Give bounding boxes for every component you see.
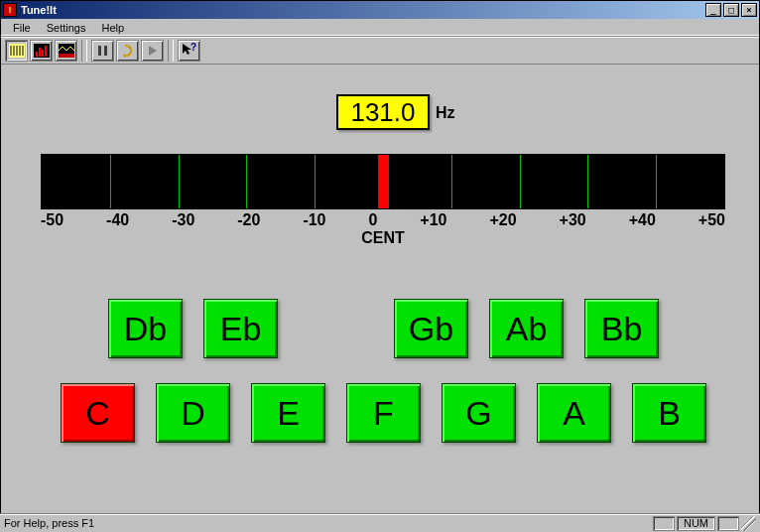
svg-rect-7 [36, 52, 38, 57]
play-icon [147, 45, 159, 57]
note-label: Eb [220, 310, 262, 348]
menu-settings[interactable]: Settings [39, 21, 94, 35]
cent-meter [41, 154, 725, 209]
meter-label: -10 [303, 211, 325, 229]
spectrum-view-button[interactable] [30, 40, 53, 62]
meter-label: +20 [489, 211, 516, 229]
meter-label: 0 [368, 211, 377, 229]
note-bb-button[interactable]: Bb [584, 299, 659, 358]
note-b-button[interactable]: B [632, 383, 706, 443]
meter-label: -30 [172, 211, 194, 229]
waveform-icon [59, 44, 74, 58]
window-controls: _ □ × [705, 3, 757, 17]
note-label: F [373, 394, 394, 433]
toolbar: ? [1, 37, 759, 65]
note-label: Bb [601, 310, 643, 348]
pause-button[interactable] [91, 40, 114, 62]
note-c-button[interactable]: C [61, 383, 135, 443]
note-label: B [658, 394, 681, 433]
waveform-view-button[interactable] [55, 40, 77, 62]
note-e-button[interactable]: E [251, 383, 325, 443]
status-well [717, 516, 739, 531]
note-label: Ab [506, 310, 548, 348]
note-label: D [181, 394, 205, 433]
svg-marker-16 [149, 46, 157, 56]
meter-label: +10 [420, 211, 446, 229]
spectrum-icon [34, 44, 50, 58]
note-gb-button[interactable]: Gb [394, 299, 468, 358]
status-well [653, 516, 675, 531]
status-numlock: NUM [677, 516, 715, 531]
app-icon: ! [3, 3, 17, 17]
minimize-button[interactable]: _ [705, 3, 721, 17]
note-ab-button[interactable]: Ab [489, 299, 564, 358]
svg-rect-8 [39, 48, 41, 57]
context-help-button[interactable]: ? [178, 40, 200, 62]
meter-view-button[interactable] [5, 40, 28, 62]
meter-tick [315, 155, 316, 208]
meter-tick [656, 155, 657, 208]
meter-label: -40 [106, 211, 129, 229]
ear-icon [121, 44, 135, 58]
meter-icon [9, 44, 25, 58]
meter-label: +40 [629, 211, 656, 229]
frequency-unit: Hz [436, 104, 455, 122]
meter-tick [520, 155, 521, 208]
help-cursor-icon: ? [182, 43, 197, 59]
svg-text:?: ? [190, 43, 196, 53]
svg-rect-12 [59, 54, 74, 58]
meter-labels: -50 -40 -30 -20 -10 0 +10 +20 +30 +40 +5… [41, 211, 725, 229]
close-button[interactable]: × [741, 3, 757, 17]
toolbar-separator [168, 40, 174, 62]
statusbar: For Help, press F1 NUM [0, 513, 760, 532]
meter-tick [451, 155, 452, 208]
note-db-button[interactable]: Db [108, 299, 183, 358]
meter-tick [110, 155, 111, 208]
meter-caption: CENT [41, 229, 725, 247]
note-label: C [85, 394, 110, 433]
svg-rect-13 [98, 46, 101, 56]
meter-tick [587, 155, 588, 208]
frequency-display: 131.0 [336, 94, 430, 130]
note-f-button[interactable]: F [346, 383, 421, 443]
window-title: Tune!It [21, 4, 705, 16]
svg-rect-9 [42, 50, 44, 57]
note-eb-button[interactable]: Eb [203, 299, 278, 358]
listen-button[interactable] [116, 40, 139, 62]
meter-tick [179, 155, 180, 208]
svg-point-15 [123, 54, 126, 57]
meter-label: +50 [698, 211, 725, 229]
svg-rect-14 [104, 46, 107, 56]
svg-rect-10 [45, 46, 47, 57]
menubar: File Settings Help [1, 19, 759, 37]
note-a-button[interactable]: A [537, 383, 611, 443]
meter-needle [378, 155, 389, 208]
note-label: E [277, 394, 300, 433]
cent-meter-group: -50 -40 -30 -20 -10 0 +10 +20 +30 +40 +5… [41, 154, 725, 247]
menu-file[interactable]: File [5, 21, 39, 35]
status-text: For Help, press F1 [4, 517, 651, 529]
play-button[interactable] [141, 40, 164, 62]
note-d-button[interactable]: D [156, 383, 230, 443]
meter-label: +30 [560, 211, 586, 229]
meter-label: -20 [237, 211, 260, 229]
note-label: Gb [409, 310, 453, 348]
pause-icon [97, 45, 109, 57]
note-label: A [563, 394, 585, 433]
note-label: G [465, 394, 491, 433]
maximize-button[interactable]: □ [723, 3, 739, 17]
toolbar-separator [81, 40, 87, 62]
meter-label: -50 [41, 211, 63, 229]
frequency-value: 131.0 [350, 97, 415, 128]
note-label: Db [124, 310, 167, 348]
titlebar: ! Tune!It _ □ × [1, 1, 759, 19]
meter-tick [246, 155, 247, 208]
resize-grip[interactable] [741, 516, 756, 531]
menu-help[interactable]: Help [93, 21, 132, 35]
main-panel: 131.0 Hz -50 -40 -30 -20 -10 0 +10 +20 +… [1, 65, 759, 513]
note-g-button[interactable]: G [442, 383, 516, 443]
